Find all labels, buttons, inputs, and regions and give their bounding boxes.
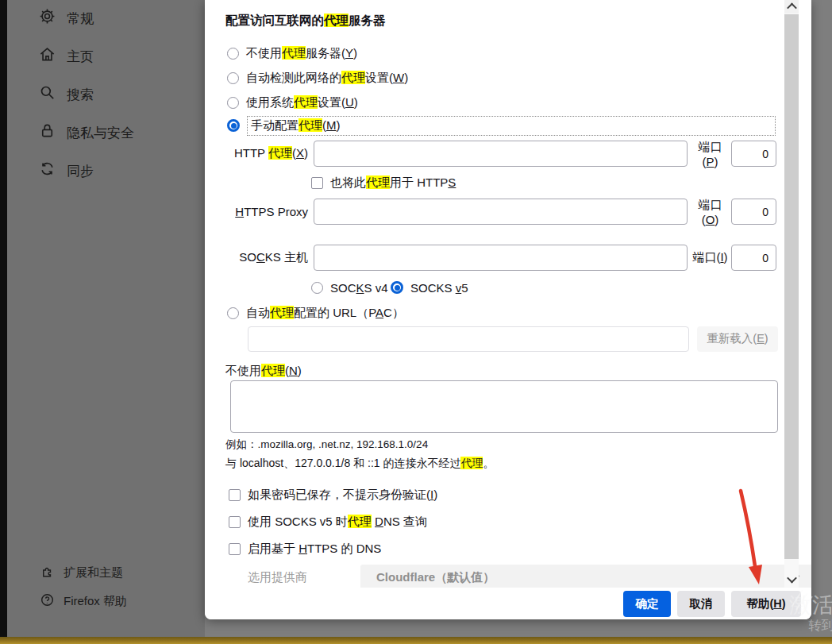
ok-button[interactable]: 确定 bbox=[623, 591, 671, 617]
radio-system-proxy-label: 使用系统代理设置(U) bbox=[246, 95, 358, 110]
radio-row-pac[interactable]: 自动代理配置的 URL（PAC） bbox=[227, 304, 404, 322]
provider-dropdown[interactable]: Cloudflare（默认值） bbox=[360, 565, 811, 588]
use-for-https-row[interactable]: 也将此代理用于 HTTPS bbox=[311, 175, 456, 191]
lock-icon bbox=[38, 121, 56, 144]
sidebar-item-general[interactable]: 常规 bbox=[7, 6, 205, 30]
radio-row-manual-proxy[interactable]: 手动配置代理(M) bbox=[227, 117, 776, 134]
doh-checkbox[interactable] bbox=[229, 543, 241, 555]
dialog-title: 配置访问互联网的代理服务器 bbox=[225, 13, 386, 29]
sidebar-item-label: Firefox 帮助 bbox=[64, 594, 127, 609]
dialog-scroll-area: 配置访问互联网的代理服务器 不使用代理服务器(Y) 自动检测此网络的代理设置(W… bbox=[205, 0, 811, 588]
example-hint: 例如：.mozilla.org, .net.nz, 192.168.1.0/24 bbox=[225, 438, 428, 452]
puzzle-icon bbox=[40, 564, 55, 581]
pac-url-input[interactable] bbox=[248, 326, 689, 352]
https-port-input[interactable] bbox=[731, 199, 776, 225]
radio-row-system-proxy[interactable]: 使用系统代理设置(U) bbox=[227, 94, 358, 111]
settings-sidebar: 常规 主页 搜索 隐私与安全 同步 扩展和主题 Firefox 帮助 bbox=[7, 0, 205, 637]
gear-icon bbox=[38, 7, 56, 29]
cancel-button[interactable]: 取消 bbox=[677, 591, 725, 617]
radio-auto-detect-label: 自动检测此网络的代理设置(W) bbox=[246, 71, 408, 86]
socks-host-label: SOCKS 主机 bbox=[221, 250, 308, 265]
socks-host-input[interactable] bbox=[314, 245, 688, 271]
socks-v4-row[interactable]: SOCKS v4 bbox=[311, 279, 388, 296]
reload-button[interactable]: 重新载入(E) bbox=[697, 326, 778, 352]
sidebar-item-label: 扩展和主题 bbox=[64, 565, 123, 580]
radio-manual-proxy-label: 手动配置代理(M) bbox=[247, 116, 776, 136]
sidebar-item-firefox-help[interactable]: Firefox 帮助 bbox=[7, 589, 205, 613]
scrollbar-up-button[interactable] bbox=[784, 0, 799, 13]
sidebar-item-privacy-security[interactable]: 隐私与安全 bbox=[7, 121, 205, 145]
radio-socks-v4[interactable] bbox=[311, 282, 323, 294]
http-proxy-row: HTTP 代理(X) 端口(P) bbox=[221, 141, 776, 167]
pac-url-row: 重新载入(E) bbox=[248, 326, 778, 352]
socks-dns-label: 使用 SOCKS v5 时代理 DNS 查询 bbox=[248, 515, 427, 530]
https-proxy-label: HTTPS Proxy bbox=[221, 205, 308, 218]
radio-row-auto-detect[interactable]: 自动检测此网络的代理设置(W) bbox=[227, 69, 408, 87]
search-icon bbox=[38, 83, 56, 106]
sidebar-item-sync[interactable]: 同步 bbox=[7, 159, 205, 183]
sidebar-item-home[interactable]: 主页 bbox=[7, 44, 205, 68]
socks-dns-row[interactable]: 使用 SOCKS v5 时代理 DNS 查询 bbox=[229, 514, 427, 530]
socks-v5-row[interactable]: SOCKS v5 bbox=[391, 279, 468, 296]
radio-no-proxy[interactable] bbox=[227, 48, 239, 60]
http-proxy-input[interactable] bbox=[314, 141, 688, 167]
no-proxy-for-label: 不使用代理(N) bbox=[225, 364, 302, 379]
doh-row[interactable]: 启用基于 HTTPS 的 DNS bbox=[229, 541, 381, 557]
https-port-label: 端口(O) bbox=[691, 198, 729, 226]
sync-icon bbox=[38, 160, 56, 182]
radio-row-no-proxy[interactable]: 不使用代理服务器(Y) bbox=[227, 44, 357, 62]
sidebar-item-search[interactable]: 搜索 bbox=[7, 83, 205, 106]
scrollbar-down-button[interactable] bbox=[784, 572, 799, 586]
window-left-edge bbox=[0, 0, 7, 644]
provider-dropdown-value: Cloudflare（默认值） bbox=[376, 570, 495, 585]
taskbar-edge-strip bbox=[0, 637, 832, 644]
provider-label: 选用提供商(P) bbox=[248, 570, 318, 588]
no-auth-prompt-checkbox[interactable] bbox=[229, 489, 241, 501]
doh-provider-row: 选用提供商(P) Cloudflare（默认值） bbox=[248, 565, 788, 588]
sidebar-item-label: 同步 bbox=[67, 162, 94, 180]
no-proxy-for-textarea[interactable] bbox=[230, 380, 778, 433]
no-auth-prompt-label: 如果密码已保存，不提示身份验证(I) bbox=[248, 488, 437, 503]
chevron-down-icon bbox=[787, 573, 797, 583]
radio-no-proxy-label: 不使用代理服务器(Y) bbox=[246, 46, 357, 61]
https-proxy-row: HTTPS Proxy 端口(O) bbox=[221, 199, 776, 225]
radio-socks-v5-selected[interactable] bbox=[391, 281, 403, 294]
scrollbar-thumb[interactable] bbox=[784, 14, 799, 559]
socks-v4-label: SOCKS v4 bbox=[330, 281, 388, 295]
use-for-https-checkbox[interactable] bbox=[311, 177, 323, 189]
socks-port-input[interactable] bbox=[731, 245, 776, 271]
socks-v5-label: SOCKS v5 bbox=[410, 281, 468, 295]
sidebar-item-label: 主页 bbox=[67, 48, 94, 66]
windows-activation-watermark: 激活 bbox=[789, 591, 832, 619]
windows-activation-watermark-line2: 转到" bbox=[808, 618, 832, 634]
dialog-scrollbar[interactable] bbox=[784, 0, 799, 588]
http-port-input[interactable] bbox=[731, 141, 776, 167]
connection-settings-dialog: 配置访问互联网的代理服务器 不使用代理服务器(Y) 自动检测此网络的代理设置(W… bbox=[205, 0, 811, 619]
sidebar-item-extensions-themes[interactable]: 扩展和主题 bbox=[7, 561, 205, 584]
use-for-https-label: 也将此代理用于 HTTPS bbox=[330, 175, 456, 191]
localhost-hint: 与 localhost、127.0.0.1/8 和 ::1 的连接永不经过代理。 bbox=[225, 457, 494, 471]
radio-pac-url[interactable] bbox=[227, 307, 239, 319]
radio-auto-detect[interactable] bbox=[227, 72, 239, 84]
sidebar-item-label: 常规 bbox=[67, 10, 94, 28]
http-port-label: 端口(P) bbox=[691, 140, 729, 168]
question-icon bbox=[40, 592, 55, 610]
sidebar-item-label: 隐私与安全 bbox=[67, 124, 134, 142]
sidebar-item-label: 搜索 bbox=[67, 86, 94, 104]
http-proxy-label: HTTP 代理(X) bbox=[221, 146, 308, 161]
firefox-settings-page: { "colors": { "accent": "#0561e0", "sear… bbox=[0, 0, 832, 644]
socks-port-label: 端口(I) bbox=[691, 250, 729, 265]
no-auth-prompt-row[interactable]: 如果密码已保存，不提示身份验证(I) bbox=[229, 487, 437, 503]
socks-dns-checkbox[interactable] bbox=[229, 516, 241, 528]
radio-system-proxy[interactable] bbox=[227, 97, 239, 109]
radio-manual-proxy-selected[interactable] bbox=[227, 119, 240, 132]
https-proxy-input[interactable] bbox=[314, 199, 688, 225]
radio-pac-label: 自动代理配置的 URL（PAC） bbox=[246, 306, 404, 321]
dialog-button-bar: 确定 取消 帮助(H) bbox=[205, 588, 811, 619]
chevron-up-icon bbox=[787, 3, 797, 13]
home-icon bbox=[38, 45, 56, 67]
doh-label: 启用基于 HTTPS 的 DNS bbox=[248, 542, 381, 557]
socks-host-row: SOCKS 主机 端口(I) bbox=[221, 245, 776, 271]
